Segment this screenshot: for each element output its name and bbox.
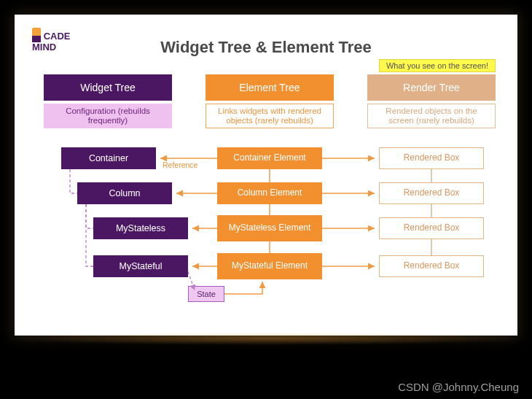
subtitle-widget: Configuration (rebuilds frequently) xyxy=(44,104,172,128)
state-box: State xyxy=(188,286,224,302)
diagram-stage: What you see on the screen! Widget Tree … xyxy=(44,74,496,330)
header-element-tree: Element Tree xyxy=(206,74,334,101)
header-widget-tree: Widget Tree xyxy=(44,74,172,101)
reference-label: Reference xyxy=(163,160,197,169)
bottom-glow xyxy=(0,332,532,345)
render-box-1: Rendered Box xyxy=(379,147,484,169)
render-box-3: Rendered Box xyxy=(379,217,484,239)
widget-container: Container xyxy=(61,147,156,169)
slide-title: Widget Tree & Element Tree xyxy=(15,38,517,57)
render-box-4: Rendered Box xyxy=(379,255,484,277)
widget-column: Column xyxy=(77,182,172,204)
element-column: Column Element xyxy=(217,182,322,204)
widget-mystateful: MyStateful xyxy=(93,255,188,277)
widget-mystateless: MyStateless xyxy=(93,217,188,239)
subtitle-render: Rendered objects on the screen (rarely r… xyxy=(367,104,496,128)
watermark: CSDN @Johnny.Cheung xyxy=(398,381,519,393)
render-callout: What you see on the screen! xyxy=(379,59,496,72)
element-container: Container Element xyxy=(217,147,322,169)
render-box-2: Rendered Box xyxy=(379,182,484,204)
element-mystateful: MyStateful Element xyxy=(217,253,322,279)
slide-frame: CADE MIND Widget Tree & Element Tree Wha… xyxy=(15,15,517,336)
header-render-tree: Render Tree xyxy=(367,74,496,101)
element-mystateless: MyStateless Element xyxy=(217,215,322,241)
subtitle-element: Links widgets with rendered objects (rar… xyxy=(206,104,334,128)
